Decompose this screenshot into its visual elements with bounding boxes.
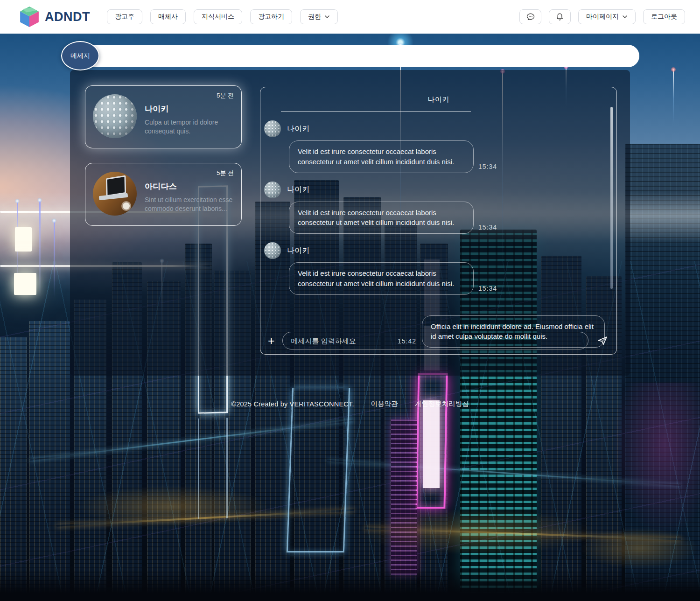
tab-bar [65,45,639,67]
conversation-item-nike[interactable]: 5분 전 나이키 Culpa ut tempor id dolore conse… [85,85,242,148]
avatar [264,120,281,137]
bg-bottom-vignette [0,568,700,601]
conversation-item-adidas[interactable]: 5분 전 아디다스 Sint ut cillum exercitation es… [85,163,242,226]
coffee-cup-shape [123,203,130,210]
message-incoming: 나이키 Velit id est irure consectetur occae… [264,182,605,234]
message-time: 15:34 [478,163,497,173]
message-row: Velit id est irure consectetur occaecat … [289,140,605,173]
message-header: 나이키 [264,182,605,198]
nav-media-button[interactable]: 매체사 [150,9,186,24]
chevron-down-icon [622,14,628,20]
message-bubble: Velit id est irure consectetur occaecat … [289,140,474,173]
message-time: 15:34 [478,285,497,295]
avatar [264,182,281,198]
send-button[interactable] [595,335,610,346]
conversation-list: 5분 전 나이키 Culpa ut tempor id dolore conse… [85,85,242,226]
message-header: 나이키 [264,242,605,259]
chat-bubble-icon [526,12,535,21]
bg-road-glow [355,509,597,555]
bg-neon-magenta-fill [423,400,440,488]
nav-advertise-button[interactable]: 광고하기 [250,9,292,24]
mypage-dropdown[interactable]: 마이페이지 [578,9,636,24]
message-input[interactable] [282,332,588,349]
cube-logo-icon [19,5,40,28]
conversation-preview: Sint ut cillum exercitation esse commodo… [145,196,233,213]
messages-panel: 5분 전 나이키 Culpa ut tempor id dolore conse… [70,70,630,376]
nav-advertiser-button[interactable]: 광고주 [107,9,142,24]
conversation-name: 아디다스 [145,181,233,192]
nav-knowledge-service-button[interactable]: 지식서비스 [194,9,242,24]
bg-light-beam [39,200,41,297]
page: ADNDT 광고주 매체사 지식서비스 광고하기 권한 [0,0,700,601]
avatar [93,172,137,216]
message-bubble: Velit id est irure consectetur occaecat … [289,262,474,295]
notifications-icon-button[interactable] [549,9,571,24]
page-footer: ©2025 Created by VERITASCONNECT. 이용약관 개인… [0,399,700,408]
brand-name: ADNDT [45,10,90,24]
header-actions: 마이페이지 로그아웃 [519,9,685,24]
avatar [93,94,137,138]
bg-light-beam [54,220,55,297]
attach-plus-button[interactable]: + [267,335,276,347]
logout-button[interactable]: 로그아웃 [643,9,685,24]
bg-road-glow [579,527,700,569]
app-header: ADNDT 광고주 매체사 지식서비스 광고하기 권한 [0,0,700,34]
brand-logo[interactable]: ADNDT [19,5,90,28]
bg-light-beam [673,69,674,123]
send-icon [597,335,608,346]
bg-billboard [15,227,32,252]
chevron-down-icon [324,14,330,20]
message-header: 나이키 [264,120,605,137]
bg-road-glow [75,485,271,527]
bg-billboard [14,273,36,295]
nav-permission-dropdown[interactable]: 권한 [300,9,338,24]
message-sender: 나이키 [287,124,310,134]
nav-permission-label: 권한 [308,13,321,21]
bg-neon-blue-frame [287,388,350,552]
conversation-name: 나이키 [145,104,233,114]
mypage-label: 마이페이지 [586,13,619,21]
chat-messages: 나이키 Velit id est irure consectetur occae… [260,112,616,348]
message-row: Velit id est irure consectetur occaecat … [289,202,605,234]
message-sender: 나이키 [287,246,310,256]
message-bubble: Velit id est irure consectetur occaecat … [289,202,474,234]
main-nav: 광고주 매체사 지식서비스 광고하기 권한 [107,9,338,24]
message-row: Velit id est irure consectetur occaecat … [289,262,605,295]
chat-window: 나이키 나이키 Velit id est irure consectetur o… [260,87,617,355]
privacy-policy-link[interactable]: 개인정보처리방침 [415,399,469,408]
avatar [264,242,281,259]
message-incoming: 나이키 Velit id est irure consectetur occae… [264,120,605,173]
message-sender: 나이키 [287,185,310,195]
conversation-texts: 아디다스 Sint ut cillum exercitation esse co… [145,172,233,218]
conversation-time: 5분 전 [217,91,234,100]
bell-icon [555,13,564,21]
chat-title: 나이키 [260,87,616,104]
conversation-preview: Culpa ut tempor id dolore consequat quis… [145,118,233,135]
copyright-text: ©2025 Created by VERITASCONNECT. [231,400,354,408]
message-time: 15:34 [478,224,497,234]
message-incoming: 나이키 Velit id est irure consectetur occae… [264,242,605,295]
tab-messages[interactable]: 메세지 [61,41,99,70]
conversation-texts: 나이키 Culpa ut tempor id dolore consequat … [145,94,233,140]
laptop-base-shape [99,193,128,201]
conversation-time: 5분 전 [217,169,234,177]
chat-input-row: + [267,332,610,349]
messages-icon-button[interactable] [519,9,541,24]
chat-scrollbar[interactable] [610,107,613,289]
terms-link[interactable]: 이용약관 [371,399,398,408]
